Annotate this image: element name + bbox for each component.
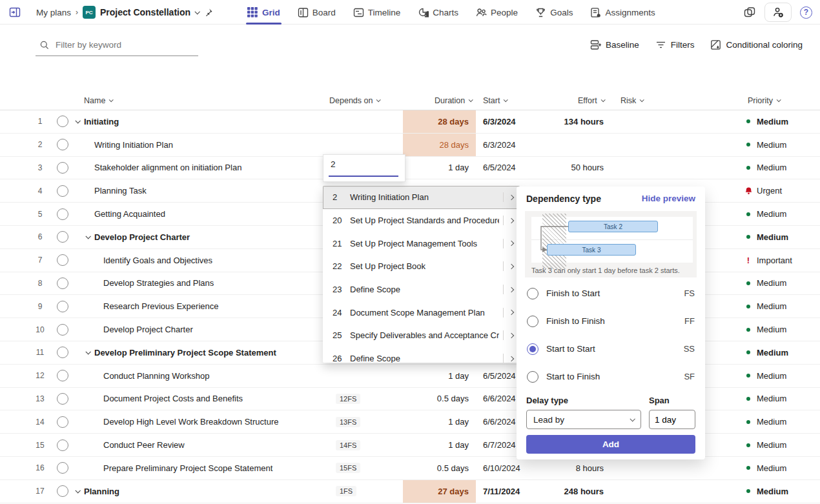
duration-cell[interactable]: 28 days — [403, 134, 476, 156]
task-complete-checkbox[interactable] — [57, 370, 68, 381]
tab-goals[interactable]: Goals — [535, 0, 573, 25]
dependency-option[interactable]: 23Define Scope — [323, 278, 520, 301]
task-name-cell[interactable]: Develop Project Charter — [103, 318, 193, 341]
add-member-button[interactable] — [764, 3, 792, 22]
collapse-chevron-icon[interactable] — [85, 349, 90, 354]
column-header-risk[interactable]: Risk — [620, 90, 643, 110]
filters-button[interactable]: Filters — [655, 39, 695, 50]
task-complete-checkbox[interactable] — [57, 347, 68, 358]
priority-cell[interactable]: Medium — [744, 110, 788, 133]
collapse-chevron-icon[interactable] — [75, 118, 80, 123]
duration-cell[interactable]: 0.5 days — [403, 388, 476, 410]
priority-cell[interactable]: Medium — [744, 434, 786, 456]
task-complete-checkbox[interactable] — [57, 324, 68, 336]
option-chevron-right-icon[interactable] — [509, 264, 514, 269]
option-chevron-right-icon[interactable] — [509, 310, 514, 315]
task-name-cell[interactable]: Conduct Peer Review — [103, 434, 185, 456]
priority-cell[interactable]: !Important — [744, 249, 792, 272]
dependency-type-option-fs[interactable]: Finish to StartFS — [517, 279, 705, 307]
duration-cell[interactable]: 0.5 days — [403, 457, 476, 479]
duration-cell[interactable]: 28 days — [403, 110, 476, 133]
duration-cell[interactable]: 1 day — [403, 157, 476, 179]
priority-cell[interactable]: Medium — [744, 480, 788, 503]
task-name-cell[interactable]: Planning — [84, 480, 119, 503]
radio-button[interactable] — [527, 288, 538, 299]
collapse-chevron-icon[interactable] — [85, 234, 90, 239]
layers-icon[interactable] — [743, 6, 756, 19]
filter-keyword-input[interactable] — [56, 40, 185, 50]
dependency-type-option-sf[interactable]: Start to FinishSF — [517, 363, 705, 390]
tab-board[interactable]: Board — [298, 0, 336, 25]
effort-cell[interactable]: 50 hours — [513, 157, 604, 179]
task-name-cell[interactable]: Develop Preliminary Project Scope Statem… — [94, 341, 276, 364]
column-header-start[interactable]: Start — [483, 90, 507, 110]
dependency-option[interactable]: 26Define Scope — [323, 347, 520, 363]
task-name-cell[interactable]: Writing Initiation Plan — [94, 134, 173, 156]
task-name-cell[interactable]: Research Previous Experience — [103, 295, 218, 318]
option-chevron-right-icon[interactable] — [509, 356, 514, 361]
task-complete-checkbox[interactable] — [57, 185, 68, 197]
task-name-cell[interactable]: Getting Acquainted — [94, 203, 165, 225]
dependency-option[interactable]: 2Writing Initiation Plan — [323, 186, 520, 209]
column-header-depends-on[interactable]: Depends on — [329, 90, 380, 110]
dependency-type-option-ss[interactable]: Start to StartSS — [517, 335, 705, 363]
dependency-option[interactable]: 21Set Up Project Management Tools — [323, 232, 520, 255]
option-chevron-right-icon[interactable] — [509, 241, 514, 246]
option-chevron-right-icon[interactable] — [509, 195, 514, 200]
task-complete-checkbox[interactable] — [57, 393, 68, 405]
start-cell[interactable]: 6/3/2024 — [483, 134, 580, 156]
radio-button[interactable] — [527, 316, 538, 327]
column-header-effort[interactable]: Effort — [578, 90, 604, 110]
priority-cell[interactable]: Medium — [744, 410, 786, 433]
depends-on-input[interactable] — [331, 159, 395, 169]
duration-cell[interactable]: 1 day — [403, 410, 476, 433]
duration-cell[interactable]: 1 day — [403, 365, 476, 387]
option-chevron-right-icon[interactable] — [509, 333, 514, 338]
task-complete-checkbox[interactable] — [57, 416, 68, 428]
priority-cell[interactable]: Medium — [744, 226, 788, 248]
priority-cell[interactable]: Medium — [744, 457, 786, 479]
task-complete-checkbox[interactable] — [57, 208, 68, 220]
option-chevron-right-icon[interactable] — [509, 217, 514, 223]
task-complete-checkbox[interactable] — [57, 162, 68, 174]
task-name-cell[interactable]: Develop Strategies and Plans — [103, 272, 214, 295]
effort-cell[interactable]: 248 hours — [513, 480, 604, 503]
tab-grid[interactable]: Grid — [247, 0, 280, 25]
task-complete-checkbox[interactable] — [57, 439, 68, 451]
project-chevron-down-icon[interactable] — [195, 9, 200, 14]
task-complete-checkbox[interactable] — [57, 116, 68, 127]
tab-charts[interactable]: Charts — [418, 0, 458, 25]
task-name-cell[interactable]: Develop Project Charter — [94, 226, 190, 248]
priority-cell[interactable]: Medium — [744, 365, 786, 387]
task-complete-checkbox[interactable] — [57, 462, 68, 474]
task-complete-checkbox[interactable] — [57, 277, 68, 289]
dependency-option[interactable]: 22Set Up Project Book — [323, 255, 520, 278]
task-name-cell[interactable]: Document Project Costs and Benefits — [103, 388, 243, 410]
task-complete-checkbox[interactable] — [57, 139, 68, 150]
depends-on-chip[interactable]: 14FS — [336, 440, 360, 450]
priority-cell[interactable]: Medium — [744, 157, 786, 179]
priority-cell[interactable]: Medium — [744, 295, 786, 318]
priority-cell[interactable]: Medium — [744, 341, 788, 364]
effort-cell[interactable]: 134 hours — [513, 110, 604, 133]
task-name-cell[interactable]: Conduct Planning Workshop — [103, 365, 210, 387]
sidebar-toggle-icon[interactable] — [9, 6, 21, 18]
dependency-type-option-ff[interactable]: Finish to FinishFF — [517, 307, 705, 335]
span-input[interactable] — [650, 410, 695, 428]
column-header-duration[interactable]: Duration — [435, 90, 472, 110]
radio-button[interactable] — [527, 371, 538, 383]
collapse-chevron-icon[interactable] — [75, 488, 80, 493]
task-complete-checkbox[interactable] — [57, 254, 68, 266]
task-complete-checkbox[interactable] — [57, 231, 68, 243]
priority-cell[interactable]: Medium — [744, 203, 786, 225]
task-name-cell[interactable]: Planning Task — [94, 179, 147, 202]
priority-cell[interactable]: Medium — [744, 388, 786, 410]
priority-cell[interactable]: Urgent — [744, 179, 782, 202]
task-name-cell[interactable]: Develop High Level Work Breakdown Struct… — [103, 410, 278, 433]
delay-type-select[interactable]: Lead by — [526, 410, 641, 429]
breadcrumb-my-plans[interactable]: My plans — [36, 8, 71, 17]
tab-people[interactable]: People — [476, 0, 518, 25]
column-header-priority[interactable]: Priority — [748, 90, 780, 110]
task-complete-checkbox[interactable] — [57, 301, 68, 312]
effort-cell[interactable]: 8 hours — [513, 457, 604, 479]
